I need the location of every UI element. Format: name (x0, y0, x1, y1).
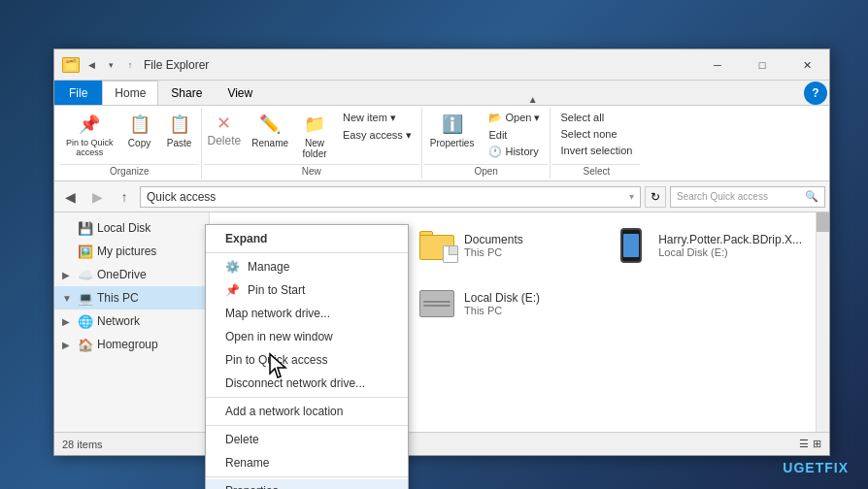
expand-arrow-icon: ▶ (62, 340, 74, 350)
documents-folder-icon (417, 226, 456, 265)
properties-button[interactable]: ℹ️ Properties (424, 110, 481, 162)
ribbon-organize-group: 📌 Pin to Quickaccess 📋 Copy 📋 Paste Orga… (58, 108, 202, 179)
file-item-documents[interactable]: Documents This PC (412, 220, 598, 271)
ctx-expand[interactable]: Expand (206, 227, 408, 250)
ribbon-new-group: ✕ Delete ✏️ Rename 📁 Newfolder New item … (202, 108, 422, 179)
watermark-suffix: FIX (824, 460, 849, 475)
ctx-open-new-window[interactable]: Open in new window (206, 325, 408, 348)
ribbon-collapse-icon[interactable]: ▲ (528, 94, 538, 105)
new-item-group: New item ▾ Easy access ▾ (335, 110, 419, 162)
select-none-button[interactable]: Select none (554, 126, 638, 142)
qat-up[interactable]: ↑ (122, 57, 138, 73)
pin-label: Pin to Quickaccess (66, 138, 114, 157)
search-input[interactable]: Search Quick access 🔍 (670, 186, 825, 208)
sidebar-item-this-pc[interactable]: ▼ 💻 This PC (54, 286, 209, 310)
qat-back[interactable]: ◀ (83, 57, 99, 73)
up-button[interactable]: ↑ (113, 185, 136, 209)
right-scrollbar[interactable] (816, 212, 829, 432)
tab-file[interactable]: File (54, 81, 102, 105)
pin-icon: 📌 (78, 113, 101, 136)
ctx-properties[interactable]: Properties (206, 479, 408, 489)
rename-button[interactable]: ✏️ Rename (246, 110, 294, 162)
tiles-view-icon[interactable]: ⊞ (813, 438, 821, 450)
history-button[interactable]: 🕐 History (483, 144, 546, 160)
item-count: 28 items (62, 439, 103, 450)
search-icon: 🔍 (805, 190, 818, 203)
localdisk-name: Local Disk (E:) (464, 291, 540, 305)
ctx-map-network[interactable]: Map network drive... (206, 302, 408, 325)
copy-button[interactable]: 📋 Copy (120, 110, 159, 162)
easy-access-button[interactable]: Easy access ▾ (337, 127, 417, 144)
invert-selection-button[interactable]: Invert selection (554, 143, 638, 158)
title-bar-left: 🗂️ ◀ ▾ ↑ (62, 57, 138, 73)
file-item-harrypotter[interactable]: Harry.Potter.Pack.BDrip.X... Local Disk … (606, 220, 808, 271)
open-group: 📂 Open ▾ Edit 🕐 History (481, 110, 548, 162)
ctx-pin-start-label: Pin to Start (248, 283, 305, 297)
tab-view[interactable]: View (215, 81, 265, 105)
delete-button[interactable]: ✕ Delete (204, 110, 246, 162)
harrypotter-info: Harry.Potter.Pack.BDrip.X... Local Disk … (658, 233, 802, 258)
paste-icon: 📋 (168, 113, 191, 136)
details-view-icon[interactable]: ☰ (799, 438, 809, 450)
title-bar: 🗂️ ◀ ▾ ↑ File Explorer ─ □ ✕ (54, 49, 829, 81)
ctx-delete[interactable]: Delete (206, 428, 408, 451)
ctx-pin-quick-access[interactable]: Pin to Quick access (206, 348, 408, 372)
localdisk-sub: This PC (464, 305, 540, 316)
status-bar: 28 items ☰ ⊞ (54, 432, 829, 455)
sidebar-item-label: Homegroup (97, 338, 158, 351)
ribbon-open-group: ℹ️ Properties 📂 Open ▾ Edit 🕐 History Op… (422, 108, 551, 179)
sidebar-item-network[interactable]: ▶ 🌐 Network (54, 310, 209, 333)
file-explorer-window: 🗂️ ◀ ▾ ↑ File Explorer ─ □ ✕ File Home S… (53, 49, 830, 456)
ctx-disconnect-network[interactable]: Disconnect network drive... (206, 372, 408, 395)
help-button[interactable]: ? (804, 82, 827, 105)
ctx-manage-label: Manage (248, 260, 289, 274)
watermark: UGETFIX (783, 460, 849, 475)
edit-button[interactable]: Edit (483, 127, 546, 143)
sidebar-item-local-disk[interactable]: 💾 Local Disk (54, 216, 209, 240)
sidebar-item-label: My pictures (97, 244, 156, 258)
back-button[interactable]: ◀ (58, 185, 82, 209)
tab-share[interactable]: Share (158, 81, 215, 105)
harrypotter-icon (612, 226, 651, 265)
ctx-add-network[interactable]: Add a network location (206, 400, 408, 423)
ctx-rename[interactable]: Rename (206, 451, 408, 474)
ctx-separator-3 (206, 425, 408, 426)
address-dropdown-icon[interactable]: ▾ (629, 191, 634, 202)
qat-forward[interactable]: ▾ (103, 57, 118, 73)
copy-icon: 📋 (128, 113, 151, 136)
forward-button[interactable]: ▶ (85, 185, 109, 209)
ribbon: 📌 Pin to Quickaccess 📋 Copy 📋 Paste Orga… (54, 106, 829, 181)
ctx-pin-start[interactable]: 📌 Pin to Start (206, 278, 408, 302)
select-all-button[interactable]: Select all (554, 110, 638, 125)
sidebar-item-label: Local Disk (97, 221, 150, 235)
onedrive-icon: ☁️ (78, 267, 93, 282)
sidebar-item-homegroup[interactable]: ▶ 🏠 Homegroup (54, 333, 209, 356)
new-folder-button[interactable]: 📁 Newfolder (295, 110, 334, 162)
maximize-button[interactable]: □ (740, 49, 785, 81)
new-item-button[interactable]: New item ▾ (337, 110, 417, 126)
refresh-button[interactable]: ↻ (645, 186, 666, 208)
tab-home[interactable]: Home (102, 81, 158, 105)
paste-button[interactable]: 📋 Paste (160, 110, 199, 162)
select-label: Select (552, 164, 640, 177)
window-controls: ─ □ ✕ (695, 49, 829, 81)
search-placeholder: Search Quick access (677, 191, 768, 202)
sidebar-item-onedrive[interactable]: ▶ ☁️ OneDrive (54, 263, 209, 286)
thispc-icon: 💻 (78, 290, 93, 306)
address-input[interactable]: Quick access ▾ (140, 186, 641, 208)
open-button[interactable]: 📂 Open ▾ (483, 110, 546, 126)
address-path: Quick access (147, 190, 216, 204)
sidebar-item-my-pictures[interactable]: 🖼️ My pictures (54, 240, 209, 263)
file-item-localdisk[interactable]: Local Disk (E:) This PC (412, 278, 598, 329)
properties-icon: ℹ️ (441, 113, 464, 136)
close-button[interactable]: ✕ (785, 49, 829, 81)
window-title: File Explorer (144, 58, 209, 72)
ribbon-organize-inner: 📌 Pin to Quickaccess 📋 Copy 📋 Paste (60, 110, 199, 162)
delete-icon: ✕ (217, 113, 231, 134)
pin-to-quick-access-button[interactable]: 📌 Pin to Quickaccess (60, 110, 119, 162)
ribbon-tabs: File Home Share View ▲ ? (54, 81, 829, 106)
ctx-manage[interactable]: ⚙️ Manage (206, 255, 408, 278)
pictures-icon: 🖼️ (78, 244, 93, 259)
minimize-button[interactable]: ─ (695, 49, 740, 81)
manage-icon: ⚙️ (225, 260, 240, 274)
